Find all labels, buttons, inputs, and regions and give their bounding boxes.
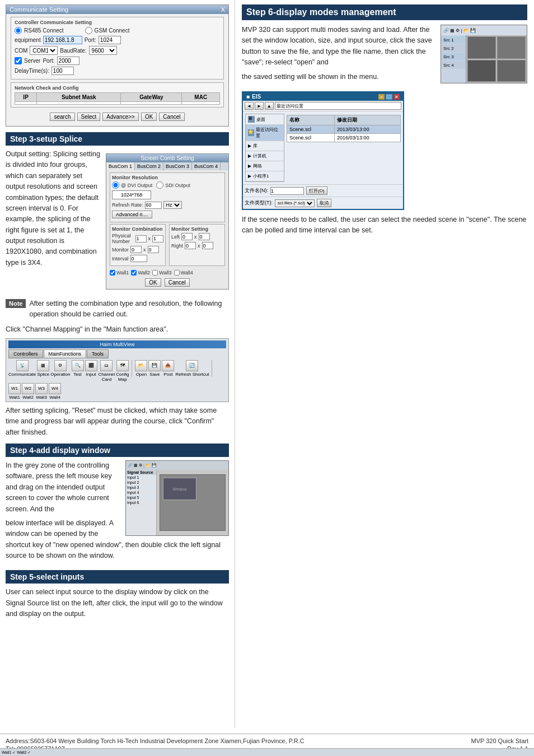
mini-file-type-select[interactable]: scl.files (*.scl)	[275, 199, 315, 207]
port2-input[interactable]	[57, 57, 79, 65]
sc-sdi-radio[interactable]	[156, 181, 163, 189]
icon-communicate-group: 📡 Communicate	[8, 360, 36, 382]
communicate-icon[interactable]: 📡	[16, 360, 29, 371]
save-icon[interactable]: 💾	[148, 360, 161, 371]
wall1-icon[interactable]: W1	[8, 383, 21, 394]
sc-wall2-checkbox[interactable]	[131, 270, 137, 276]
mini-sidebar-recent[interactable]: ⭐ 最近访问位置	[246, 125, 284, 141]
wall2-icon[interactable]: W2	[22, 383, 34, 394]
sc-tab-3[interactable]: BusCom 3	[163, 162, 192, 170]
delay-input[interactable]	[51, 67, 74, 75]
save-label: Save	[149, 372, 160, 377]
com-select[interactable]: COM1	[30, 46, 58, 55]
mini-cancel-btn[interactable]: 取消	[317, 199, 331, 207]
mini-screen-top: 🔗 ▦ ⚙ | 📂 💾	[441, 25, 527, 35]
sc-left-input-2[interactable]	[199, 233, 210, 240]
search-button[interactable]: search	[50, 113, 74, 121]
mini-sidebar-library[interactable]: ▶ 库	[246, 141, 284, 151]
sc-tab-1[interactable]: BusCom 1	[106, 162, 135, 170]
sc-dvi-radio[interactable]	[112, 181, 119, 189]
test-icon[interactable]: 🔍	[72, 360, 84, 371]
baudrate-select[interactable]: 9600	[89, 46, 117, 55]
rs485-radio[interactable]	[15, 27, 22, 34]
equipment-input[interactable]	[43, 36, 82, 44]
config-icon[interactable]: 🗺	[116, 360, 129, 371]
mini-file-type-label: 文件类型(T):	[245, 199, 273, 207]
advance-button[interactable]: Advance>>	[102, 113, 139, 121]
mini-dialog-minimize[interactable]: −	[378, 94, 385, 100]
cancel-button[interactable]: Cancel	[159, 113, 184, 121]
sc-tab-4[interactable]: BusCom 4	[192, 162, 221, 170]
step5-header: Step 5-select inputs	[6, 570, 229, 584]
sc-refresh-row: Refresh Rate: Hz	[112, 201, 223, 209]
sc-wall1-checkbox[interactable]	[110, 270, 115, 276]
sc-tab-2[interactable]: BusCom 2	[135, 162, 163, 170]
wall3-icon[interactable]: W3	[35, 383, 48, 394]
open-icon[interactable]: 📂	[135, 360, 147, 371]
operation-icon[interactable]: ⚙	[54, 360, 67, 371]
port1-input[interactable]	[99, 36, 121, 44]
note-text: After setting the combination type and r…	[29, 298, 229, 320]
post-icon[interactable]: 📤	[162, 360, 174, 371]
mini-row-1: Src 1	[441, 36, 466, 44]
icon-test-group: 🔍 Test	[72, 360, 84, 382]
sc-wall1: Wall1	[110, 270, 129, 276]
mini-sidebar-network[interactable]: ▶ 网络	[246, 161, 284, 171]
channel-icon[interactable]: 🗂	[100, 360, 113, 371]
gsm-radio[interactable]	[85, 27, 92, 34]
sc-sdi-label: SDI Output	[165, 183, 190, 188]
sc-wall3: Wall3	[152, 270, 171, 276]
sc-monitor-input-2[interactable]	[148, 246, 159, 253]
mini-file-input[interactable]	[270, 187, 304, 195]
tab-mainfunctions[interactable]: MainFunctions	[44, 349, 87, 358]
icon-operation-group: ⚙ Operation	[50, 360, 70, 382]
tab-tools[interactable]: Tools	[87, 349, 109, 358]
sc-wall3-checkbox[interactable]	[152, 270, 158, 276]
rs485-row: RS485 Connect GSM Connect	[15, 27, 220, 34]
sc-wall4-label: Wall4	[181, 270, 193, 276]
sc-physical-input-2[interactable]	[152, 235, 163, 242]
sc-left-row: Left x	[171, 233, 223, 240]
mini-table-row2-name[interactable]: Scene.scl	[287, 134, 335, 142]
equipment-row: equipment Port:	[15, 36, 220, 44]
tab-controllers[interactable]: Controllers	[8, 349, 43, 358]
mini-dialog-sidebar: 🖥 桌面 ⭐ 最近访问位置 ▶ 库 ▶ 计算机	[245, 114, 284, 182]
sc-cancel-button[interactable]: Cancel	[165, 278, 190, 287]
input-icon[interactable]: ⬛	[85, 360, 97, 371]
mini-toolbar-forward[interactable]: ►	[255, 102, 264, 110]
sc-right-input-2[interactable]	[202, 242, 213, 249]
sc-monitor-input-1[interactable]	[130, 246, 142, 253]
mini-toolbar-back[interactable]: ◄	[245, 102, 254, 110]
sc-wall4-checkbox[interactable]	[174, 270, 180, 276]
mini-open-btn[interactable]: 打开(O)	[306, 186, 327, 195]
mini-sidebar-app[interactable]: ▶ 小程序1	[246, 171, 284, 181]
sc-refresh-select[interactable]: Hz	[163, 201, 182, 209]
mini-file-dialog: ■ EIS − □ × ◄ ► ▲ 最近访问位置 🖥 桌面	[242, 91, 404, 210]
mini-sidebar-desktop[interactable]: 🖥 桌面	[246, 114, 284, 125]
mini-table-row1-name[interactable]: Scene.scl	[287, 125, 335, 134]
sc-physical-input-1[interactable]	[135, 235, 147, 242]
mini-dialog-maximize[interactable]: □	[386, 94, 392, 100]
server-checkbox[interactable]	[15, 57, 22, 64]
communicate-dialog-close[interactable]: X	[221, 6, 225, 13]
mini-sidebar-computer[interactable]: ▶ 计算机	[246, 151, 284, 161]
icon-input-group: ⬛ Input	[85, 360, 97, 382]
communicate-dialog-title: Communicate Setting	[10, 6, 68, 13]
sc-right-input-1[interactable]	[185, 242, 196, 249]
sc-refresh-input[interactable]	[145, 202, 162, 209]
ok-button[interactable]: OK	[141, 113, 157, 121]
mini-toolbar-up[interactable]: ▲	[265, 102, 274, 110]
com-label: COM	[15, 48, 27, 54]
wall4-icon[interactable]: W4	[49, 383, 61, 394]
splice-icon[interactable]: ▦	[37, 360, 49, 371]
port2-label: Port:	[43, 58, 54, 64]
sc-interval-input[interactable]	[130, 255, 147, 262]
sc-left-input-1[interactable]	[181, 233, 193, 240]
mini-main-area: Signal Source Input 1 Input 2 Input 3 In…	[126, 470, 228, 535]
sc-advanced-btn[interactable]: Advanced II....	[112, 211, 152, 218]
select-button[interactable]: Select	[77, 113, 101, 121]
sc-ok-button[interactable]: OK	[145, 278, 161, 287]
refresh-icon[interactable]: 🔄	[186, 360, 198, 371]
sc-dvi-label: @ DVI Output	[121, 183, 152, 188]
mini-dialog-close[interactable]: ×	[394, 94, 400, 100]
